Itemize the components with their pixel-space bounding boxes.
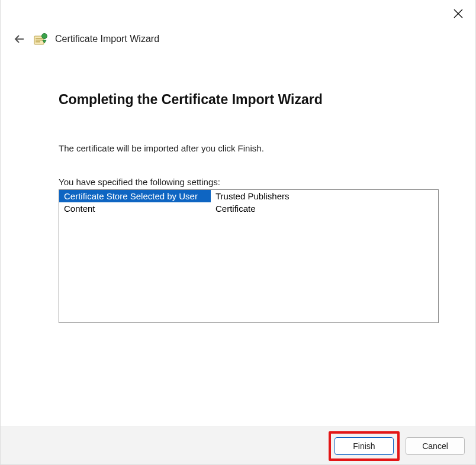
info-text: The certificate will be imported after y… bbox=[59, 143, 438, 153]
setting-key: Certificate Store Selected by User bbox=[59, 190, 211, 202]
settings-label: You have specified the following setting… bbox=[59, 177, 438, 187]
page-heading: Completing the Certificate Import Wizard bbox=[59, 92, 438, 108]
wizard-window: Certificate Import Wizard Completing the… bbox=[0, 0, 476, 465]
setting-value: Certificate bbox=[211, 202, 438, 215]
wizard-header: Certificate Import Wizard bbox=[12, 32, 159, 46]
svg-rect-4 bbox=[36, 38, 43, 39]
back-arrow-icon bbox=[14, 33, 25, 45]
svg-rect-5 bbox=[36, 40, 43, 41]
svg-rect-6 bbox=[36, 41, 40, 43]
wizard-footer: Finish Cancel bbox=[1, 427, 475, 464]
svg-point-7 bbox=[42, 34, 47, 39]
close-button[interactable] bbox=[449, 5, 467, 22]
wizard-title: Certificate Import Wizard bbox=[55, 34, 159, 44]
back-button[interactable] bbox=[12, 32, 27, 46]
close-icon bbox=[454, 9, 463, 18]
setting-key: Content bbox=[59, 202, 211, 215]
table-row[interactable]: ContentCertificate bbox=[59, 202, 438, 215]
settings-table: Certificate Store Selected by UserTruste… bbox=[59, 190, 438, 215]
settings-listbox[interactable]: Certificate Store Selected by UserTruste… bbox=[59, 189, 439, 323]
cancel-button[interactable]: Cancel bbox=[406, 437, 465, 455]
highlight-box: Finish bbox=[329, 431, 400, 461]
setting-value: Trusted Publishers bbox=[211, 190, 438, 202]
table-row[interactable]: Certificate Store Selected by UserTruste… bbox=[59, 190, 438, 202]
finish-button[interactable]: Finish bbox=[335, 437, 394, 455]
certificate-wizard-icon bbox=[34, 33, 48, 46]
wizard-content: Completing the Certificate Import Wizard… bbox=[59, 92, 438, 323]
